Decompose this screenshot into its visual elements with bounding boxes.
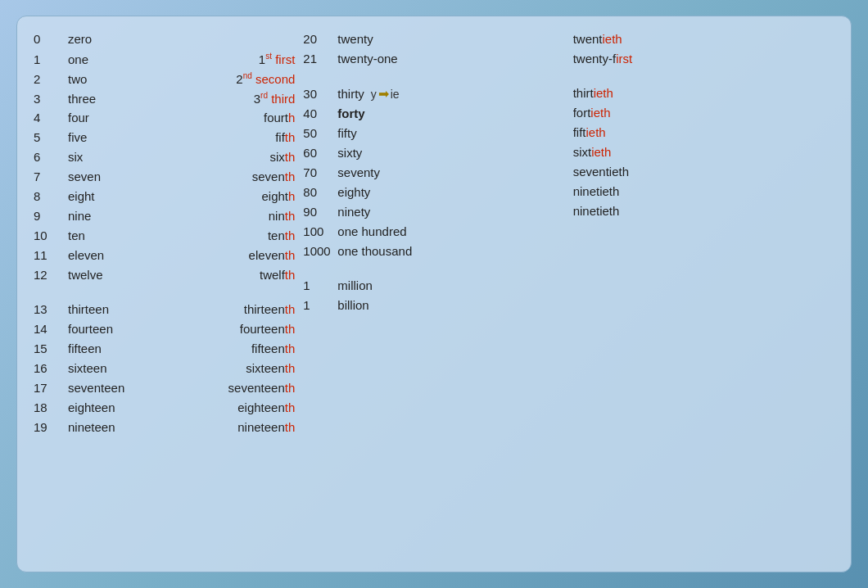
word-fourteen: fourteen <box>68 322 240 336</box>
num-60: 60 <box>303 146 337 160</box>
word-seven: seven <box>68 170 252 183</box>
row-14: 14 fourteen fourteenth <box>34 319 295 339</box>
word-thirteen: thirteen <box>68 302 244 316</box>
num-8: 8 <box>34 189 68 203</box>
row-60: 60 sixty <box>303 143 564 163</box>
ordinal-9: ninth <box>269 209 296 223</box>
spacer-mid-2 <box>303 261 564 276</box>
word-twenty-one: twenty-one <box>337 52 564 66</box>
ordinal-2: 2nd second <box>236 71 295 86</box>
row-ordinal-90: ninetieth <box>573 201 834 221</box>
row-40: 40 forty <box>303 104 564 124</box>
row-11: 11 eleven eleventh <box>34 246 295 265</box>
num-12: 12 <box>34 268 68 282</box>
ordinal-7: seventh <box>252 170 296 183</box>
num-40: 40 <box>303 106 337 120</box>
main-grid: 0 zero 1 one 1st first 2 two 2nd second <box>34 29 834 437</box>
row-10: 10 ten tenth <box>34 226 295 246</box>
word-fifty: fifty <box>337 126 564 140</box>
word-five: five <box>68 130 275 144</box>
ordinal-5: fifth <box>275 130 295 144</box>
num-90: 90 <box>303 205 337 219</box>
num-10: 10 <box>34 228 68 242</box>
num-9: 9 <box>34 209 68 223</box>
row-19: 19 nineteen nineteenth <box>34 418 295 437</box>
word-eight: eight <box>68 189 261 203</box>
ordinal-21: twenty-first <box>573 52 633 66</box>
rule-y-ie: y ➡ ie <box>368 86 400 102</box>
num-18: 18 <box>34 400 68 414</box>
row-ordinal-80: ninetieth <box>573 182 834 201</box>
num-80: 80 <box>303 185 337 199</box>
ordinal-15: fifteenth <box>251 341 295 355</box>
num-50: 50 <box>303 126 337 140</box>
num-1: 1 <box>34 52 68 66</box>
word-twelve: twelve <box>68 268 260 282</box>
word-three: three <box>68 92 254 106</box>
word-sixteen: sixteen <box>68 361 246 375</box>
row-21: 21 twenty-one <box>303 49 564 69</box>
row-7: 7 seven seventh <box>34 167 295 187</box>
ordinal-10: tenth <box>268 228 295 242</box>
num-17: 17 <box>34 381 68 395</box>
row-4: 4 four fourth <box>34 108 295 128</box>
row-100: 100 one hundred <box>303 222 564 242</box>
ordinal-90: ninetieth <box>573 204 620 218</box>
ordinal-60: sixtieth <box>573 145 612 159</box>
num-1000: 1000 <box>303 244 337 258</box>
word-eleven: eleven <box>68 248 249 262</box>
word-million: million <box>337 278 564 292</box>
right-ordinals-col: twentieth twenty-first thirtieth fortiet… <box>573 29 834 437</box>
num-million: 1 <box>303 278 337 292</box>
row-70: 70 seventy <box>303 163 564 183</box>
row-3: 3 three 3rd third <box>34 88 295 108</box>
row-30: 30 thirty y ➡ ie <box>303 84 564 104</box>
row-5: 5 five fifth <box>34 128 295 147</box>
word-one: one <box>68 52 259 66</box>
ordinal-18: eighteenth <box>237 400 295 414</box>
ordinal-70: seventieth <box>573 165 629 179</box>
ordinal-13: thirteenth <box>244 302 296 316</box>
middle-col: 20 twenty 21 twenty-one 30 thirty y ➡ ie <box>303 29 564 437</box>
word-eighteen: eighteen <box>68 400 237 414</box>
row-9: 9 nine ninth <box>34 206 295 226</box>
spacer-mid-1 <box>303 69 564 84</box>
row-20: 20 twenty <box>303 29 564 49</box>
ordinal-8: eighth <box>261 189 295 203</box>
num-13: 13 <box>34 302 68 316</box>
word-nineteen: nineteen <box>68 420 237 434</box>
num-21: 21 <box>303 52 337 66</box>
row-ordinal-60: sixtieth <box>573 142 834 162</box>
row-1000: 1000 one thousand <box>303 242 564 261</box>
row-ordinal-30: thirtieth <box>573 84 834 103</box>
word-two: two <box>68 72 236 86</box>
row-0: 0 zero <box>34 29 295 49</box>
word-ninety: ninety <box>337 205 564 219</box>
ordinal-6: sixth <box>269 150 295 164</box>
row-50: 50 fifty <box>303 124 564 143</box>
word-one-hundred: one hundred <box>337 224 564 238</box>
ordinal-19: nineteenth <box>237 420 295 434</box>
word-one-thousand: one thousand <box>337 244 564 258</box>
row-ordinal-40: fortieth <box>573 103 834 123</box>
row-ordinal-50: fiftieth <box>573 123 834 142</box>
word-seventeen: seventeen <box>68 381 228 395</box>
row-ordinal-20: twentieth <box>573 29 834 49</box>
ordinal-11: eleventh <box>249 248 296 262</box>
num-0: 0 <box>34 32 68 46</box>
row-8: 8 eight eighth <box>34 187 295 206</box>
spacer-left <box>34 285 295 300</box>
ordinal-30: thirtieth <box>573 86 613 100</box>
word-seventy: seventy <box>337 165 564 179</box>
row-15: 15 fifteen fifteenth <box>34 339 295 359</box>
word-forty: forty <box>337 106 564 120</box>
num-3: 3 <box>34 92 68 106</box>
row-million: 1 million <box>303 276 564 296</box>
word-four: four <box>68 111 264 124</box>
row-billion: 1 billion <box>303 296 564 315</box>
word-six: six <box>68 150 269 164</box>
num-11: 11 <box>34 248 68 262</box>
word-thirty: thirty y ➡ ie <box>337 86 564 102</box>
num-14: 14 <box>34 322 68 336</box>
row-12: 12 twelve twelfth <box>34 265 295 285</box>
